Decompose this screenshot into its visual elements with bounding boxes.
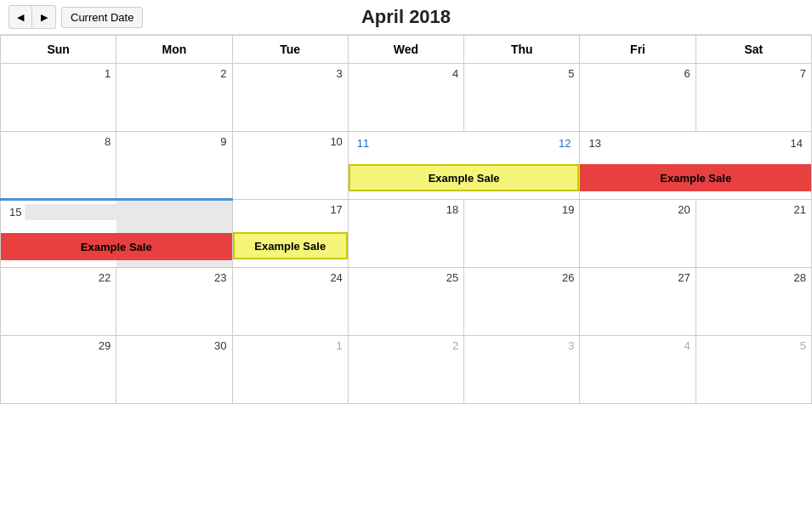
day-7[interactable]: 7 <box>696 64 811 132</box>
day-11-12[interactable]: 11 12 Example Sale <box>348 132 580 200</box>
day-30[interactable]: 30 <box>116 336 232 404</box>
day-8[interactable]: 8 <box>1 132 116 200</box>
day-10[interactable]: 10 <box>232 132 348 200</box>
day-29[interactable]: 29 <box>1 336 116 404</box>
day-1[interactable]: 1 <box>1 64 116 132</box>
week-row-5: 29 30 1 2 3 4 5 <box>1 336 812 404</box>
day-21[interactable]: 21 <box>696 200 811 268</box>
day-19[interactable]: 19 <box>464 200 580 268</box>
col-thu: Thu <box>464 36 580 64</box>
next-month-button[interactable]: ▶ <box>32 5 56 29</box>
event-sale-red-row2[interactable]: Example Sale <box>580 164 811 191</box>
week-row-4: 22 23 24 25 26 27 28 <box>1 268 812 336</box>
col-sat: Sat <box>696 36 811 64</box>
week-row-3: 15 16 Example Sale 17 Example Sale 18 19… <box>1 200 812 268</box>
day-may5[interactable]: 5 <box>696 336 811 404</box>
day-13-14[interactable]: 13 14 Example Sale <box>580 132 812 200</box>
col-mon: Mon <box>116 36 232 64</box>
week-row-1: 1 2 3 4 5 6 7 <box>1 64 812 132</box>
day-23[interactable]: 23 <box>116 268 232 336</box>
day-4[interactable]: 4 <box>348 64 463 132</box>
day-24[interactable]: 24 <box>232 268 348 336</box>
day-18[interactable]: 18 <box>348 200 463 268</box>
day-may3[interactable]: 3 <box>464 336 580 404</box>
day-3[interactable]: 3 <box>232 64 348 132</box>
day-may4[interactable]: 4 <box>580 336 696 404</box>
day-26[interactable]: 26 <box>464 268 580 336</box>
day-may1[interactable]: 1 <box>232 336 348 404</box>
day-28[interactable]: 28 <box>696 268 811 336</box>
day-5[interactable]: 5 <box>464 64 580 132</box>
col-wed: Wed <box>348 36 463 64</box>
day-6[interactable]: 6 <box>580 64 696 132</box>
event-sale-red-row3[interactable]: Example Sale <box>1 233 232 260</box>
col-sun: Sun <box>1 36 116 64</box>
month-title: April 2018 <box>361 6 451 28</box>
event-sale-yellow-row3[interactable]: Example Sale <box>233 232 348 259</box>
day-9[interactable]: 9 <box>116 132 232 200</box>
week-row-2: 8 9 10 11 12 Example Sale 13 14 Example … <box>1 132 812 200</box>
event-sale-yellow-row2[interactable]: Example Sale <box>349 164 580 191</box>
col-tue: Tue <box>232 36 348 64</box>
day-27[interactable]: 27 <box>580 268 696 336</box>
prev-month-button[interactable]: ◀ <box>9 5 32 29</box>
day-15-16[interactable]: 15 16 Example Sale <box>1 200 233 268</box>
col-fri: Fri <box>580 36 696 64</box>
nav-buttons: ◀ ▶ <box>9 5 56 29</box>
current-date-button[interactable]: Current Date <box>61 7 143 28</box>
day-may2[interactable]: 2 <box>348 336 463 404</box>
day-2[interactable]: 2 <box>116 64 232 132</box>
day-20[interactable]: 20 <box>580 200 696 268</box>
day-25[interactable]: 25 <box>348 268 463 336</box>
day-22[interactable]: 22 <box>1 268 116 336</box>
day-17[interactable]: 17 Example Sale <box>232 200 348 268</box>
calendar: Sun Mon Tue Wed Thu Fri Sat 1 2 3 4 5 6 … <box>0 35 812 404</box>
